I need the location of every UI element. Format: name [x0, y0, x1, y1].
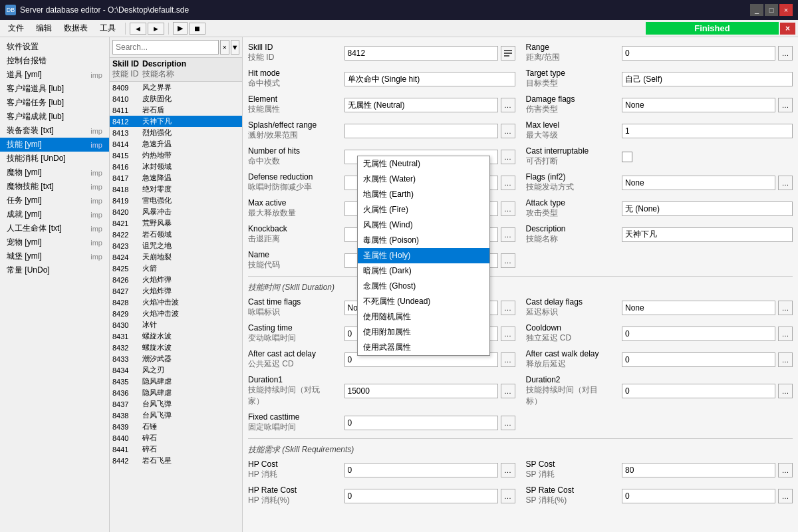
close-window-button[interactable]: × [779, 4, 793, 16]
sidebar-item-pet[interactable]: 宠物 [yml] imp [0, 235, 109, 249]
knockback-ellipsis-button[interactable]: … [501, 227, 515, 242]
skill-id-input[interactable] [344, 46, 498, 61]
minimize-button[interactable]: _ [750, 4, 763, 16]
run-button[interactable]: ▶ [173, 22, 188, 35]
after-cast-act-ellipsis-button[interactable]: … [501, 352, 515, 367]
menu-edit[interactable]: 编辑 [31, 21, 57, 35]
dropdown-item-wind[interactable]: 风属性 (Wind) [358, 217, 489, 233]
skill-list-item[interactable]: 8409风之界界 [110, 82, 242, 93]
attack-type-select[interactable]: 无 (None) [622, 201, 793, 216]
description-input[interactable] [622, 227, 793, 242]
close-badge-button[interactable]: × [780, 23, 795, 35]
sidebar-item-quest-yml[interactable]: 任务 [yml] imp [0, 194, 109, 207]
sidebar-item-homunculus[interactable]: 人工生命体 [txt] imp [0, 221, 109, 235]
dropdown-item-undead[interactable]: 不死属性 (Undead) [358, 294, 489, 309]
skill-list-item[interactable]: 8437台风飞弹 [110, 398, 242, 410]
max-level-input[interactable] [622, 124, 793, 138]
dropdown-item-addattr[interactable]: 使用附加属性 [358, 325, 489, 340]
skill-list-item[interactable]: 8413烈焰强化 [110, 127, 242, 138]
sidebar-item-equip[interactable]: 装备套装 [txt] imp [0, 124, 109, 138]
hits-ellipsis-button[interactable]: … [501, 150, 515, 164]
skill-list-item[interactable]: 8423诅咒之地 [110, 240, 242, 251]
sidebar-item-mob-yml[interactable]: 魔物 [yml] imp [0, 166, 109, 180]
hp-cost-input[interactable] [344, 463, 498, 477]
splash-ellipsis-button[interactable]: … [501, 124, 515, 138]
cast-delay-flags-ellipsis-button[interactable]: … [778, 301, 793, 315]
skill-list-item[interactable]: 8438台风飞弹 [110, 410, 242, 421]
damage-flags-select[interactable]: None [622, 98, 775, 112]
flags-inf2-ellipsis-button[interactable]: … [778, 176, 793, 190]
window-controls[interactable]: _ □ × [750, 4, 793, 16]
skill-list-item[interactable]: 8434风之刃 [110, 364, 242, 376]
sidebar-item-settings[interactable]: 软件设置 [0, 40, 109, 54]
menu-tools[interactable]: 工具 [94, 21, 121, 35]
cast-delay-flags-select[interactable]: None [622, 301, 775, 315]
menu-file[interactable]: 文件 [3, 21, 29, 35]
dropdown-item-ghost[interactable]: 念属性 (Ghost) [358, 279, 489, 294]
skill-id-browse-button[interactable] [501, 46, 515, 61]
skill-list-item[interactable]: 8425火箭 [110, 263, 242, 274]
skill-list-item[interactable]: 8442岩石飞星 [110, 455, 242, 466]
dropdown-item-earth[interactable]: 地属性 (Earth) [358, 187, 489, 202]
skill-list-item[interactable]: 8424天崩地裂 [110, 251, 242, 263]
sidebar-item-achieve-yml[interactable]: 成就 [yml] imp [0, 207, 109, 221]
skill-list-item[interactable]: 8429火焰冲击波 [110, 308, 242, 319]
skill-list-item[interactable]: 8428火焰冲击波 [110, 297, 242, 308]
duration2-ellipsis-button[interactable]: … [778, 384, 793, 398]
skill-list-item[interactable]: 8426火焰炸弹 [110, 274, 242, 285]
skill-list-item[interactable]: 8411岩石盾 [110, 104, 242, 116]
skill-list-item[interactable]: 8431螺旋水波 [110, 331, 242, 342]
cast-time-flags-ellipsis-button[interactable]: … [501, 301, 515, 315]
after-cast-walk-ellipsis-button[interactable]: … [778, 352, 793, 367]
skill-list-item[interactable]: 8415灼热地带 [110, 150, 242, 161]
element-ellipsis-button[interactable]: … [501, 98, 515, 112]
skill-list-item[interactable]: 8432螺旋水波 [110, 342, 242, 353]
splash-input[interactable] [344, 124, 498, 138]
hp-rate-input[interactable] [344, 489, 498, 503]
cast-interruptable-checkbox[interactable] [622, 152, 632, 162]
element-dropdown[interactable]: 无属性 (Neutral) 水属性 (Water) 地属性 (Earth) 火属… [357, 156, 490, 356]
duration2-input[interactable] [622, 384, 775, 398]
sidebar-item-console[interactable]: 控制台报错 [0, 54, 109, 68]
dropdown-item-fire[interactable]: 火属性 (Fire) [358, 202, 489, 217]
search-input[interactable] [112, 40, 219, 55]
undo-button[interactable]: ◄ [130, 23, 146, 35]
hp-rate-ellipsis-button[interactable]: … [501, 489, 515, 503]
dropdown-item-dark[interactable]: 暗属性 (Dark) [358, 263, 489, 279]
skill-list-item[interactable]: 8440碎石 [110, 432, 242, 444]
skill-list-item[interactable]: 8427火焰炸弹 [110, 285, 242, 297]
damage-flags-ellipsis-button[interactable]: … [778, 98, 793, 112]
sidebar-item-const[interactable]: 常量 [UnDo] [0, 263, 109, 277]
target-type-select[interactable]: 自己 (Self) [622, 72, 793, 86]
skill-list-item[interactable]: 8417急速降温 [110, 172, 242, 184]
search-clear-button[interactable]: × [220, 40, 229, 55]
max-active-ellipsis-button[interactable]: … [501, 201, 515, 216]
skill-list-item[interactable]: 8419雷电强化 [110, 195, 242, 206]
defense-ellipsis-button[interactable]: … [501, 176, 515, 190]
range-input[interactable] [622, 46, 775, 61]
dropdown-item-poison[interactable]: 毒属性 (Poison) [358, 233, 489, 248]
duration1-input[interactable] [344, 384, 498, 398]
maximize-button[interactable]: □ [765, 4, 778, 16]
flags-inf2-select[interactable]: None [622, 176, 775, 190]
hp-cost-ellipsis-button[interactable]: … [501, 463, 515, 477]
sidebar-item-skill-yml[interactable]: 技能 [yml] imp [0, 138, 109, 152]
element-select[interactable]: 无属性 (Neutral) [344, 98, 498, 112]
skill-list-item[interactable]: 8418绝对零度 [110, 184, 242, 195]
stop-button[interactable]: ⏹ [189, 23, 205, 35]
skill-list-item[interactable]: 8416冰封领域 [110, 161, 242, 172]
sp-cost-ellipsis-button[interactable]: … [778, 463, 793, 477]
sidebar-item-item-yml[interactable]: 道具 [yml] imp [0, 68, 109, 82]
sidebar-item-client-quest[interactable]: 客户端任务 [lub] [0, 96, 109, 110]
sidebar-item-client-item[interactable]: 客户端道具 [lub] [0, 82, 109, 96]
search-dropdown-button[interactable]: ▼ [231, 40, 240, 55]
dropdown-item-neutral[interactable]: 无属性 (Neutral) [358, 156, 489, 172]
sidebar-item-mob-skill[interactable]: 魔物技能 [txt] imp [0, 180, 109, 194]
skill-list-item[interactable]: 8420风暴冲击 [110, 206, 242, 217]
cooldown-input[interactable] [622, 327, 775, 341]
sp-cost-input[interactable] [622, 463, 775, 477]
casting-time-ellipsis-button[interactable]: … [501, 327, 515, 341]
sp-rate-input[interactable] [622, 489, 775, 503]
cooldown-ellipsis-button[interactable]: … [778, 327, 793, 341]
dropdown-item-weapon[interactable]: 使用武器属性 [358, 340, 489, 355]
